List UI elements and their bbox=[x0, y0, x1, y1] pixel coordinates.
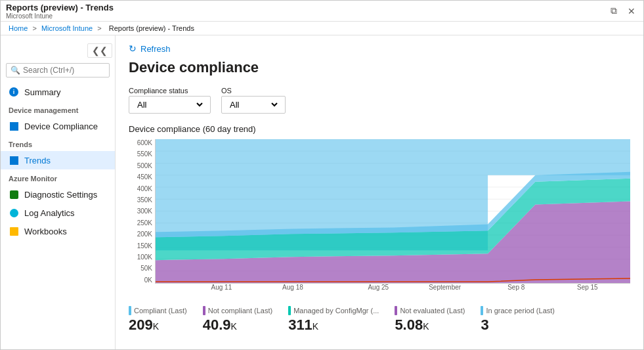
compliance-status-label: Compliance status bbox=[129, 87, 211, 95]
not-compliant-color bbox=[203, 306, 205, 315]
legend-not-compliant: Not compliant (Last) 40.9K bbox=[203, 306, 272, 334]
workbooks-label: Workbooks bbox=[24, 227, 67, 236]
x-label-aug25: Aug 25 bbox=[368, 284, 389, 291]
not-evaluated-value: 5.08 bbox=[395, 317, 423, 333]
compliance-status-filter: Compliance status All Compliant Not comp… bbox=[129, 87, 211, 114]
in-grace-period-label: In grace period (Last) bbox=[486, 307, 555, 315]
not-evaluated-label: Not evaluated (Last) bbox=[400, 307, 465, 315]
breadcrumb-current: Reports (preview) - Trends bbox=[109, 24, 194, 32]
page-title: Device compliance bbox=[129, 59, 630, 76]
chart-area bbox=[155, 139, 630, 284]
legend-in-grace-period: In grace period (Last) 3 bbox=[481, 306, 555, 334]
managed-configmgr-color bbox=[288, 306, 291, 315]
window-title: Reports (preview) - Trends bbox=[6, 3, 114, 12]
log-analytics-icon bbox=[9, 208, 19, 218]
compliance-status-select[interactable]: All Compliant Not compliant Not evaluate… bbox=[129, 96, 211, 114]
sidebar-item-diagnostic-settings[interactable]: Diagnostic Settings bbox=[1, 185, 115, 204]
title-bar-left: Reports (preview) - Trends Microsoft Int… bbox=[6, 3, 114, 20]
x-axis: Aug 11 Aug 18 Aug 25 September Sep 8 Sep… bbox=[155, 284, 630, 295]
legend-managed-configmgr: Managed by ConfigMgr (... 311K bbox=[288, 306, 379, 334]
managed-configmgr-suffix: K bbox=[312, 321, 318, 332]
breadcrumb-intune[interactable]: Microsoft Intune bbox=[41, 24, 93, 32]
refresh-label: Refresh bbox=[140, 44, 171, 54]
device-management-header: Device management bbox=[1, 101, 115, 117]
filter-row: Compliance status All Compliant Not comp… bbox=[129, 87, 630, 114]
os-select[interactable]: All Windows iOS Android macOS bbox=[221, 96, 286, 114]
refresh-bar[interactable]: ↻ Refresh bbox=[129, 43, 630, 54]
sidebar-item-log-analytics[interactable]: Log Analytics bbox=[1, 204, 115, 222]
os-dropdown[interactable]: All Windows iOS Android macOS bbox=[227, 99, 280, 110]
search-box[interactable]: 🔍 bbox=[6, 63, 110, 77]
device-compliance-icon bbox=[9, 121, 19, 131]
in-grace-period-color bbox=[481, 306, 483, 315]
compliant-suffix: K bbox=[153, 321, 159, 332]
trends-header: Trends bbox=[1, 135, 115, 151]
chart-svg bbox=[156, 139, 630, 283]
y-axis: 600K 550K 500K 450K 400K 350K 300K 250K … bbox=[129, 139, 155, 284]
window-subtitle: Microsoft Intune bbox=[6, 12, 114, 20]
legend: Compliant (Last) 209K Not compliant (Las… bbox=[129, 306, 630, 334]
sidebar-item-workbooks[interactable]: Workbooks bbox=[1, 222, 115, 240]
trends-label: Trends bbox=[24, 156, 51, 165]
diagnostic-settings-icon bbox=[9, 189, 19, 200]
log-analytics-label: Log Analytics bbox=[24, 208, 75, 218]
azure-monitor-header: Azure Monitor bbox=[1, 169, 115, 185]
workbooks-icon bbox=[9, 226, 19, 236]
device-compliance-label: Device Compliance bbox=[24, 121, 98, 131]
search-icon: 🔍 bbox=[11, 66, 20, 75]
compliance-status-dropdown[interactable]: All Compliant Not compliant Not evaluate… bbox=[135, 99, 205, 110]
x-label-sep8: Sep 8 bbox=[507, 284, 525, 291]
window-actions: ⧉ ✕ bbox=[608, 4, 638, 18]
x-label-september: September bbox=[429, 284, 461, 291]
summary-icon: i bbox=[9, 87, 19, 97]
sidebar-collapse: ❮❮ bbox=[1, 41, 115, 60]
compliant-color bbox=[129, 306, 131, 315]
breadcrumb-home[interactable]: Home bbox=[9, 24, 28, 32]
summary-label: Summary bbox=[24, 87, 61, 97]
managed-configmgr-value: 311 bbox=[288, 317, 312, 333]
not-compliant-label: Not compliant (Last) bbox=[208, 307, 272, 315]
in-grace-period-value: 3 bbox=[481, 317, 488, 333]
sidebar-item-trends[interactable]: Trends bbox=[1, 151, 115, 169]
chart-wrapper: 600K 550K 500K 450K 400K 350K 300K 250K … bbox=[129, 139, 630, 295]
main-window: Reports (preview) - Trends Microsoft Int… bbox=[0, 0, 644, 350]
legend-not-evaluated: Not evaluated (Last) 5.08K bbox=[395, 306, 465, 334]
diagnostic-settings-label: Diagnostic Settings bbox=[24, 190, 97, 200]
breadcrumb: Home > Microsoft Intune > Reports (previ… bbox=[1, 22, 643, 35]
sidebar: ❮❮ 🔍 i Summary Device management bbox=[1, 35, 116, 349]
content-area: ↻ Refresh Device compliance Compliance s… bbox=[116, 35, 643, 349]
managed-configmgr-label: Managed by ConfigMgr (... bbox=[293, 307, 379, 315]
os-filter: OS All Windows iOS Android macOS bbox=[221, 87, 286, 114]
not-evaluated-color bbox=[395, 306, 397, 315]
not-compliant-suffix: K bbox=[231, 321, 237, 332]
sidebar-item-device-compliance[interactable]: Device Compliance bbox=[1, 117, 115, 135]
sidebar-item-summary[interactable]: i Summary bbox=[1, 83, 115, 101]
x-label-sep15: Sep 15 bbox=[577, 284, 598, 291]
not-compliant-value: 40.9 bbox=[203, 317, 231, 333]
trends-icon bbox=[9, 155, 19, 165]
restore-icon[interactable]: ⧉ bbox=[608, 4, 620, 18]
x-label-aug11: Aug 11 bbox=[211, 284, 232, 291]
compliant-value: 209 bbox=[129, 317, 153, 333]
refresh-icon: ↻ bbox=[129, 43, 137, 54]
collapse-button[interactable]: ❮❮ bbox=[87, 43, 112, 58]
x-label-aug18: Aug 18 bbox=[282, 284, 303, 291]
title-bar: Reports (preview) - Trends Microsoft Int… bbox=[1, 1, 643, 22]
not-evaluated-suffix: K bbox=[423, 321, 429, 332]
search-input[interactable] bbox=[23, 66, 105, 75]
os-label: OS bbox=[221, 87, 286, 95]
main-layout: ❮❮ 🔍 i Summary Device management bbox=[1, 35, 643, 349]
chart-title: Device compliance (60 day trend) bbox=[129, 124, 630, 134]
legend-compliant: Compliant (Last) 209K bbox=[129, 306, 187, 334]
close-icon[interactable]: ✕ bbox=[625, 5, 638, 18]
compliant-label: Compliant (Last) bbox=[134, 307, 187, 315]
